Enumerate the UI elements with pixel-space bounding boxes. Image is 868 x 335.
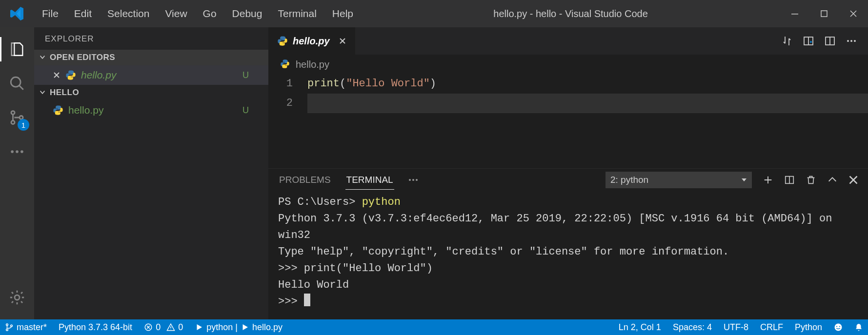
open-preview-icon[interactable] <box>803 35 814 47</box>
more-actions-icon[interactable] <box>846 35 857 47</box>
svg-rect-0 <box>791 14 798 15</box>
svg-point-11 <box>810 41 812 43</box>
window-controls <box>780 4 868 23</box>
vscode-logo-icon <box>0 6 34 21</box>
compare-changes-icon[interactable] <box>781 35 793 47</box>
open-editor-item[interactable]: hello.py U <box>34 65 268 85</box>
status-branch[interactable]: master* <box>5 322 47 333</box>
breadcrumb-label: hello.py <box>296 59 329 70</box>
menu-go[interactable]: Go <box>195 5 224 22</box>
token-string: "Hello World" <box>346 78 430 90</box>
svg-point-3 <box>11 111 15 115</box>
status-python-env[interactable]: Python 3.7.3 64-bit <box>59 322 132 333</box>
panel: PROBLEMS TERMINAL 2: python PS C:\Users>… <box>268 168 868 319</box>
menu-file[interactable]: File <box>34 5 66 22</box>
terminal-line: PS C:\Users> <box>278 196 362 208</box>
error-icon <box>144 323 153 332</box>
panel-more-icon[interactable] <box>408 175 419 185</box>
menu-edit[interactable]: Edit <box>66 5 100 22</box>
editor-actions <box>781 27 868 55</box>
panel-tab-problems[interactable]: PROBLEMS <box>278 171 332 189</box>
split-terminal-icon[interactable] <box>784 175 795 185</box>
svg-point-17 <box>412 179 414 181</box>
svg-point-15 <box>854 40 856 42</box>
ellipsis-icon <box>9 143 25 160</box>
activity-explorer[interactable] <box>0 32 34 66</box>
svg-point-2 <box>11 77 20 87</box>
terminal-output[interactable]: PS C:\Users> python Python 3.7.3 (v3.7.3… <box>268 191 868 319</box>
menu-debug[interactable]: Debug <box>224 5 270 22</box>
status-encoding[interactable]: UTF-8 <box>724 322 748 333</box>
close-panel-icon[interactable] <box>848 175 858 185</box>
kill-terminal-icon[interactable] <box>806 175 816 185</box>
activity-scm[interactable]: 1 <box>0 100 34 135</box>
open-editor-status: U <box>242 70 258 80</box>
file-tree-item[interactable]: hello.py U <box>34 100 268 120</box>
activity-more[interactable] <box>0 135 34 169</box>
close-icon[interactable] <box>339 37 346 45</box>
status-language[interactable]: Python <box>795 322 822 333</box>
panel-tab-terminal[interactable]: TERMINAL <box>345 171 394 190</box>
status-notifications-icon[interactable] <box>854 323 863 332</box>
file-tree-filename: hello.py <box>68 104 103 116</box>
status-feedback-icon[interactable] <box>834 323 843 332</box>
chevron-down-icon <box>39 89 46 96</box>
git-branch-icon <box>5 323 14 332</box>
panel-tab-bar: PROBLEMS TERMINAL 2: python <box>268 169 868 191</box>
editor-tab-hello[interactable]: hello.py <box>268 27 356 55</box>
folder-label: HELLO <box>50 88 79 98</box>
close-icon[interactable] <box>53 71 61 79</box>
tab-bar: hello.py <box>268 27 868 55</box>
token-function: print <box>307 78 340 90</box>
minimize-button[interactable] <box>780 4 809 23</box>
close-button[interactable] <box>839 4 868 23</box>
code-editor[interactable]: 1 2 print("Hello World") <box>268 74 868 168</box>
split-editor-icon[interactable] <box>824 35 836 47</box>
terminal-select[interactable]: 2: python <box>606 172 752 188</box>
svg-point-20 <box>6 324 8 326</box>
open-editors-label: OPEN EDITORS <box>50 53 115 62</box>
svg-point-9 <box>15 295 20 300</box>
status-warnings: 0 <box>178 322 183 333</box>
terminal-line: Type "help", "copyright", "credits" or "… <box>278 246 729 258</box>
status-indent[interactable]: Spaces: 4 <box>673 322 712 333</box>
svg-point-24 <box>835 324 842 331</box>
activity-search[interactable] <box>0 66 34 100</box>
python-file-icon <box>277 36 288 46</box>
new-terminal-icon[interactable] <box>763 175 773 185</box>
svg-point-25 <box>836 326 837 327</box>
dropdown-icon <box>741 177 747 183</box>
code-content[interactable]: print("Hello World") <box>307 74 868 168</box>
maximize-button[interactable] <box>809 4 839 23</box>
scm-badge: 1 <box>18 119 29 131</box>
token-paren: ) <box>430 78 436 90</box>
maximize-panel-icon[interactable] <box>827 175 838 185</box>
python-file-icon <box>53 105 63 116</box>
chevron-down-icon <box>39 54 46 61</box>
file-tree-status: U <box>242 105 258 116</box>
line-number: 2 <box>268 94 293 113</box>
open-editors-header[interactable]: OPEN EDITORS <box>34 50 268 65</box>
menu-help[interactable]: Help <box>324 5 361 22</box>
search-icon <box>9 75 25 92</box>
terminal-select-label: 2: python <box>610 175 648 185</box>
svg-point-18 <box>416 179 418 181</box>
status-run-target[interactable]: python | hello.py <box>195 322 283 333</box>
gutter: 1 2 <box>268 74 307 168</box>
menu-view[interactable]: View <box>157 5 195 22</box>
menu-terminal[interactable]: Terminal <box>270 5 324 22</box>
menu-selection[interactable]: Selection <box>100 5 157 22</box>
editor-group: hello.py hello.py 1 2 print("Hello <box>268 27 868 319</box>
terminal-cursor <box>304 294 310 306</box>
status-errors: 0 <box>156 322 161 333</box>
side-bar-explorer: EXPLORER OPEN EDITORS hello.py U HELLO h… <box>34 27 268 319</box>
folder-header[interactable]: HELLO <box>34 85 268 100</box>
svg-rect-1 <box>821 11 827 17</box>
status-eol[interactable]: CRLF <box>760 322 783 333</box>
terminal-line: >>> <box>278 296 304 308</box>
activity-settings[interactable] <box>0 280 34 315</box>
status-problems[interactable]: 0 0 <box>144 322 183 333</box>
token-paren: ( <box>340 78 346 90</box>
status-cursor[interactable]: Ln 2, Col 1 <box>619 322 661 333</box>
breadcrumbs[interactable]: hello.py <box>268 55 868 74</box>
